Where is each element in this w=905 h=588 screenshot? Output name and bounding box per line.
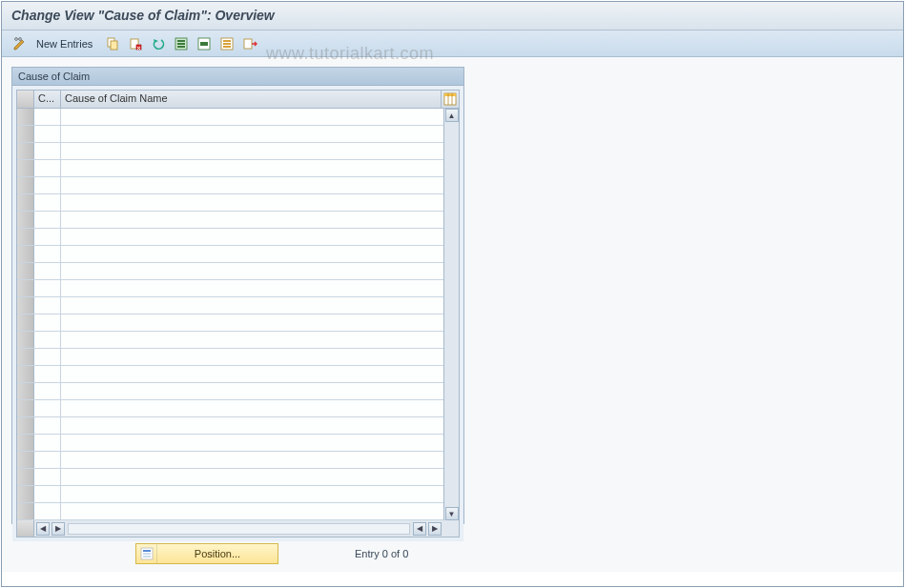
cell-name[interactable] <box>61 263 443 279</box>
row-selector[interactable] <box>17 486 34 502</box>
cell-code[interactable] <box>34 263 61 279</box>
table-row[interactable] <box>17 297 443 314</box>
scroll-left-button[interactable]: ◀ <box>36 522 50 536</box>
cell-name[interactable] <box>61 280 443 296</box>
column-header-name[interactable]: Cause of Claim Name <box>61 91 442 108</box>
new-entries-button[interactable]: New Entries <box>32 34 100 53</box>
cell-code[interactable] <box>34 109 61 125</box>
row-selector[interactable] <box>17 400 34 416</box>
select-block-button[interactable] <box>194 34 215 53</box>
cell-name[interactable] <box>61 160 443 176</box>
cell-name[interactable] <box>61 194 443 211</box>
cell-code[interactable] <box>34 452 61 468</box>
configuration-button[interactable] <box>239 34 260 53</box>
cell-name[interactable] <box>61 435 443 451</box>
table-row[interactable] <box>17 452 443 469</box>
table-row[interactable] <box>17 229 443 246</box>
horizontal-scrollbar[interactable]: ◀ ▶ ◀ ▶ <box>34 520 459 537</box>
column-header-code[interactable]: C... <box>34 91 61 108</box>
row-selector[interactable] <box>17 349 34 365</box>
cell-name[interactable] <box>61 452 443 468</box>
undo-change-button[interactable] <box>148 34 169 53</box>
row-selector[interactable] <box>17 177 34 193</box>
row-selector[interactable] <box>17 383 34 399</box>
row-selector[interactable] <box>17 366 34 382</box>
cell-code[interactable] <box>34 383 61 399</box>
row-selector[interactable] <box>17 229 34 245</box>
table-row[interactable] <box>17 366 443 383</box>
hscroll-track[interactable] <box>68 523 410 535</box>
row-selector[interactable] <box>17 452 34 468</box>
cell-name[interactable] <box>61 417 443 434</box>
vertical-scrollbar[interactable]: ▲ ▼ <box>443 109 459 520</box>
cell-name[interactable] <box>61 229 443 245</box>
table-row[interactable] <box>17 435 443 452</box>
table-row[interactable] <box>17 486 443 503</box>
cell-code[interactable] <box>34 194 61 211</box>
table-row[interactable] <box>17 194 443 212</box>
copy-as-button[interactable] <box>102 34 123 53</box>
row-selector[interactable] <box>17 314 34 331</box>
table-row[interactable] <box>17 332 443 349</box>
row-selector-header[interactable] <box>17 91 34 108</box>
cell-code[interactable] <box>34 349 61 365</box>
row-selector[interactable] <box>17 143 34 159</box>
cell-name[interactable] <box>61 177 443 193</box>
cell-code[interactable] <box>34 486 61 502</box>
cell-code[interactable] <box>34 143 61 159</box>
cell-code[interactable] <box>34 246 61 262</box>
cell-name[interactable] <box>61 503 443 519</box>
table-row[interactable] <box>17 109 443 126</box>
cell-name[interactable] <box>61 486 443 502</box>
cell-code[interactable] <box>34 469 61 485</box>
scroll-right-inner-button[interactable]: ▶ <box>51 522 65 536</box>
table-row[interactable] <box>17 503 443 520</box>
cell-code[interactable] <box>34 400 61 416</box>
cell-name[interactable] <box>61 469 443 485</box>
cell-code[interactable] <box>34 314 61 331</box>
cell-code[interactable] <box>34 435 61 451</box>
select-all-button[interactable] <box>171 34 192 53</box>
table-row[interactable] <box>17 383 443 400</box>
row-selector[interactable] <box>17 109 34 125</box>
table-row[interactable] <box>17 126 443 143</box>
row-selector[interactable] <box>17 160 34 176</box>
row-selector[interactable] <box>17 126 34 142</box>
cell-code[interactable] <box>34 126 61 142</box>
cell-name[interactable] <box>61 212 443 228</box>
cell-code[interactable] <box>34 297 61 314</box>
row-selector[interactable] <box>17 332 34 348</box>
cell-name[interactable] <box>61 126 443 142</box>
row-selector[interactable] <box>17 503 34 519</box>
table-row[interactable] <box>17 280 443 297</box>
table-row[interactable] <box>17 263 443 280</box>
toggle-display-change-button[interactable] <box>10 34 31 53</box>
cell-code[interactable] <box>34 229 61 245</box>
row-selector[interactable] <box>17 194 34 211</box>
cell-name[interactable] <box>61 314 443 331</box>
cell-name[interactable] <box>61 383 443 399</box>
row-selector[interactable] <box>17 417 34 434</box>
scroll-left-inner-button[interactable]: ◀ <box>413 522 426 536</box>
scroll-up-button[interactable]: ▲ <box>445 109 459 122</box>
cell-name[interactable] <box>61 109 443 125</box>
table-row[interactable] <box>17 212 443 229</box>
cell-name[interactable] <box>61 143 443 159</box>
cell-code[interactable] <box>34 280 61 296</box>
cell-code[interactable] <box>34 417 61 434</box>
position-button[interactable]: Position... <box>135 543 278 564</box>
row-selector[interactable] <box>17 280 34 296</box>
row-selector[interactable] <box>17 435 34 451</box>
cell-name[interactable] <box>61 400 443 416</box>
row-selector[interactable] <box>17 212 34 228</box>
cell-code[interactable] <box>34 366 61 382</box>
table-row[interactable] <box>17 160 443 177</box>
table-row[interactable] <box>17 469 443 486</box>
table-settings-button[interactable] <box>442 91 459 108</box>
cell-name[interactable] <box>61 246 443 262</box>
row-selector[interactable] <box>17 263 34 279</box>
cell-code[interactable] <box>34 503 61 519</box>
cell-code[interactable] <box>34 177 61 193</box>
cell-code[interactable] <box>34 332 61 348</box>
table-row[interactable] <box>17 314 443 332</box>
